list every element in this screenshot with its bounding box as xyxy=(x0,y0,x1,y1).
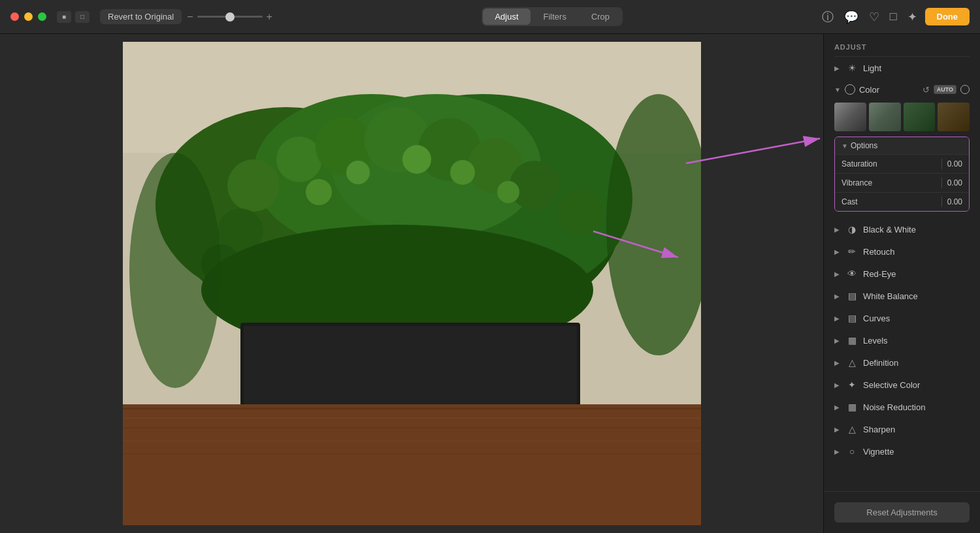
heart-icon[interactable]: ♡ xyxy=(869,10,879,24)
reset-button[interactable]: Reset Adjustments xyxy=(834,502,970,523)
vignette-label: Vignette xyxy=(863,447,894,457)
svg-rect-26 xyxy=(123,408,701,410)
done-button[interactable]: Done xyxy=(925,8,970,25)
options-header[interactable]: ▼ Options xyxy=(835,137,969,154)
minimize-button[interactable] xyxy=(24,12,33,21)
svg-point-15 xyxy=(557,189,603,234)
adjust-item-blackwhite[interactable]: ▶ ◑ Black & White xyxy=(824,218,980,240)
tab-adjust[interactable]: Adjust xyxy=(483,8,530,25)
retouch-label: Retouch xyxy=(863,247,894,257)
svg-point-18 xyxy=(306,179,332,205)
color-chevron-icon: ▼ xyxy=(834,86,841,93)
saturation-label: Saturation xyxy=(841,159,936,169)
chevron-right-icon: ▶ xyxy=(834,65,840,72)
redeye-chevron-icon: ▶ xyxy=(834,270,840,278)
color-preset-4[interactable] xyxy=(938,103,970,131)
revert-button[interactable]: Revert to Original xyxy=(100,9,182,24)
color-header[interactable]: ▼ Color ↺ AUTO xyxy=(824,79,980,100)
vig-icon: ○ xyxy=(846,446,858,457)
nav-tabs: Adjust Filters Crop xyxy=(482,7,623,26)
speech-bubble-icon[interactable]: 💬 xyxy=(844,10,858,24)
svg-point-7 xyxy=(227,159,280,212)
toolbar-icons: ⓘ 💬 ♡ □ ✦ xyxy=(822,9,917,25)
retouch-icon: ✏ xyxy=(846,246,858,257)
cast-value: 0.00 xyxy=(947,197,962,206)
adjust-item-whitebalance[interactable]: ▶ ▤ White Balance xyxy=(824,285,980,307)
bw-icon: ◑ xyxy=(846,224,858,234)
saturation-value: 0.00 xyxy=(947,159,962,169)
sharpen-label: Sharpen xyxy=(863,425,895,434)
main-area: Adjust ▶ ☀ Light ▼ Color ↺ AUTO xyxy=(0,34,980,533)
sidebar-toggle-button[interactable]: ■ xyxy=(57,11,71,23)
adjust-item-retouch[interactable]: ▶ ✏ Retouch xyxy=(824,240,980,263)
adjust-item-vignette[interactable]: ▶ ○ Vignette xyxy=(824,440,980,462)
nr-icon: ▦ xyxy=(846,402,858,412)
svg-point-21 xyxy=(450,160,475,185)
layout-toggle-button[interactable]: □ xyxy=(75,11,90,23)
color-preset-2[interactable] xyxy=(869,103,901,131)
whitebalance-label: White Balance xyxy=(863,291,918,301)
vibrance-label: Vibrance xyxy=(841,178,936,187)
curves-chevron-icon: ▶ xyxy=(834,315,840,322)
color-preset-3[interactable] xyxy=(904,103,936,131)
options-label: Options xyxy=(851,141,877,150)
adjust-item-noisereduction[interactable]: ▶ ▦ Noise Reduction xyxy=(824,396,980,418)
panel-header: Adjust xyxy=(824,34,980,56)
sc-chevron-icon: ▶ xyxy=(834,381,840,389)
svg-point-19 xyxy=(346,161,370,184)
color-header-right: ↺ AUTO xyxy=(923,85,970,95)
window-controls: ■ □ xyxy=(57,11,90,23)
brightness-control[interactable]: − + xyxy=(187,11,272,23)
adjust-item-redeye[interactable]: ▶ 👁 Red-Eye xyxy=(824,263,980,285)
options-section: ▼ Options Saturation 0.00 Vibrance 0.00 … xyxy=(834,137,970,212)
svg-rect-27 xyxy=(123,417,701,419)
cast-label: Cast xyxy=(841,197,936,206)
brightness-decrease-icon[interactable]: − xyxy=(187,11,193,23)
svg-point-22 xyxy=(497,181,519,203)
svg-rect-25 xyxy=(123,404,701,525)
photo-container xyxy=(123,42,701,525)
adjust-item-levels[interactable]: ▶ ▦ Levels xyxy=(824,329,980,351)
redeye-icon: 👁 xyxy=(846,268,858,279)
adjust-item-light[interactable]: ▶ ☀ Light xyxy=(824,57,980,79)
options-row-vibrance[interactable]: Vibrance 0.00 xyxy=(835,173,969,192)
adjust-item-sharpen[interactable]: ▶ △ Sharpen xyxy=(824,418,980,440)
options-chevron-icon: ▼ xyxy=(841,142,848,150)
auto-badge[interactable]: AUTO xyxy=(934,85,956,94)
crop-icon[interactable]: □ xyxy=(890,10,897,24)
adjust-item-selectivecolor[interactable]: ▶ ✦ Selective Color xyxy=(824,374,980,396)
close-button[interactable] xyxy=(10,12,19,21)
brightness-increase-icon[interactable]: + xyxy=(267,11,272,23)
color-preset-1[interactable] xyxy=(834,103,866,131)
levels-chevron-icon: ▶ xyxy=(834,337,840,344)
tab-crop[interactable]: Crop xyxy=(580,8,621,25)
undo-icon[interactable]: ↺ xyxy=(923,85,930,95)
color-circle-icon xyxy=(845,84,855,95)
def-icon: △ xyxy=(846,357,858,368)
color-dot-icon xyxy=(960,85,970,94)
reset-container: Reset Adjustments xyxy=(824,491,980,533)
nr-chevron-icon: ▶ xyxy=(834,404,840,411)
svg-rect-29 xyxy=(123,440,701,442)
bw-chevron-icon: ▶ xyxy=(834,226,840,233)
options-row-cast[interactable]: Cast 0.00 xyxy=(835,192,969,211)
row-divider-3 xyxy=(941,197,942,207)
maximize-button[interactable] xyxy=(38,12,46,21)
svg-rect-30 xyxy=(123,453,701,455)
light-icon: ☀ xyxy=(846,63,858,73)
row-divider-1 xyxy=(941,159,942,169)
svg-rect-28 xyxy=(123,427,701,428)
photo-svg xyxy=(123,42,701,525)
info-icon[interactable]: ⓘ xyxy=(822,9,834,25)
color-presets xyxy=(824,100,980,137)
adjust-item-curves[interactable]: ▶ ▤ Curves xyxy=(824,307,980,329)
magic-wand-icon[interactable]: ✦ xyxy=(907,10,917,24)
options-row-saturation[interactable]: Saturation 0.00 xyxy=(835,154,969,173)
curves-label: Curves xyxy=(863,314,890,323)
brightness-slider[interactable] xyxy=(197,16,263,18)
redeye-label: Red-Eye xyxy=(863,269,896,279)
svg-point-8 xyxy=(276,137,322,182)
vibrance-value: 0.00 xyxy=(947,178,962,187)
adjust-item-definition[interactable]: ▶ △ Definition xyxy=(824,351,980,374)
tab-filters[interactable]: Filters xyxy=(532,8,578,25)
